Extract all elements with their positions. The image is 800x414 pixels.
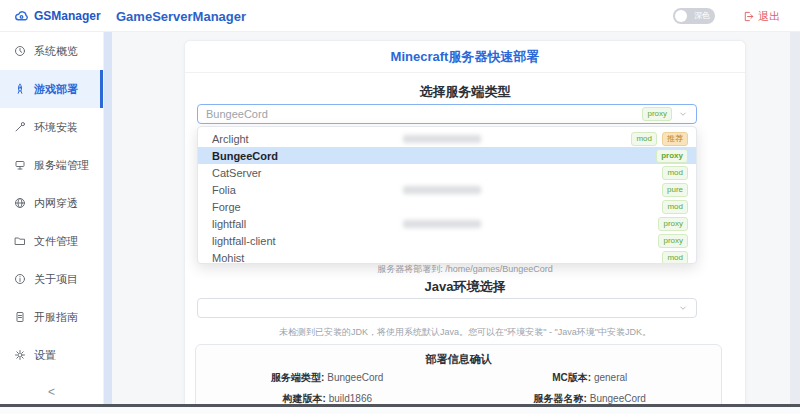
redacted-text [403,186,481,194]
app-title: GameServerManager [116,0,246,32]
option-badge: mod [662,251,688,265]
sidebar-item-env-install[interactable]: 环境安装 [0,108,103,146]
folder-icon [14,235,26,247]
option-folia[interactable]: Folia pure [198,181,696,198]
window-bottom-edge [0,404,800,407]
gear-icon [14,349,26,361]
selected-type-badge: proxy [642,107,672,121]
cloud-logo-icon [14,9,29,24]
brand[interactable]: GSManager [14,0,101,32]
server-type-select-value: BungeeCord [206,108,642,120]
document-icon [14,311,26,323]
sidebar-item-about[interactable]: 关于项目 [0,260,103,298]
sidebar-item-overview[interactable]: 系统概览 [0,32,103,70]
sidebar-collapse-button[interactable]: < [0,385,103,399]
main-scrollbar[interactable] [790,32,800,405]
logo-text: GSManager [34,9,101,23]
dashboard-icon [14,45,26,57]
field-value: build1866 [329,393,372,404]
sidebar-item-label: 文件管理 [34,234,78,249]
option-label: Mohist [212,252,662,264]
java-env-select[interactable] [197,298,697,318]
page-title: Minecraft服务器快速部署 [391,48,540,66]
option-badge: mod [662,166,688,180]
option-label: BungeeCord [212,150,656,162]
logout-label: 退出 [758,9,780,24]
server-type-select[interactable]: BungeeCord proxy [197,104,697,124]
option-catserver[interactable]: CatServer mod [198,164,696,181]
jdk-hint: 未检测到已安装的JDK，将使用系统默认Java。您可以在"环境安装" - "Ja… [185,326,745,339]
field-mc-version: MC版本: general [459,371,722,385]
deploy-info-title: 部署信息确认 [196,352,721,367]
option-badge: mod [662,200,688,214]
logout-button[interactable]: 退出 [743,9,780,24]
sidebar-item-guide[interactable]: 开服指南 [0,298,103,336]
option-arclight[interactable]: Arclight mod 推荐 [198,130,696,147]
option-mohist[interactable]: Mohist mod [198,249,696,264]
sidebar-item-label: 环境安装 [34,120,78,135]
theme-toggle[interactable]: 深色 [673,8,715,24]
globe-icon [14,197,26,209]
below-edge-strip [0,407,800,414]
field-value: BungeeCord [590,393,646,404]
option-forge[interactable]: Forge mod [198,198,696,215]
option-label: CatServer [212,167,662,179]
sidebar: 系统概览 游戏部署 环境安装 服务端管理 内网穿透 文件管理 关于项目 开服指南… [0,32,104,405]
toggle-knob [675,10,687,22]
sidebar-item-server-manage[interactable]: 服务端管理 [0,146,103,184]
option-badge: pure [662,183,688,197]
field-value: BungeeCord [327,372,383,383]
wrench-icon [14,121,26,133]
server-icon [14,159,26,171]
sidebar-item-label: 游戏部署 [34,82,78,97]
sidebar-item-label: 设置 [34,348,56,363]
redacted-text [403,135,481,143]
deploy-card: Minecraft服务器快速部署 选择服务端类型 BungeeCord prox… [184,40,746,414]
option-lightfall-client[interactable]: lightfall-client proxy [198,232,696,249]
field-label: 构建版本: [283,393,326,404]
toggle-label: 深色 [694,10,710,22]
option-badge: proxy [656,149,688,163]
chevron-down-icon [678,109,688,119]
deploy-path-hint: 服务器将部署到: /home/games/BungeeCord [185,263,745,276]
sidebar-scrollbar[interactable] [104,32,112,405]
sidebar-item-label: 开服指南 [34,310,78,325]
server-type-dropdown: Arclight mod 推荐 BungeeCord proxy CatServ… [197,126,697,264]
java-section-title: Java环境选择 [185,278,745,296]
sidebar-item-settings[interactable]: 设置 [0,336,103,374]
option-bungeecord[interactable]: BungeeCord proxy [198,147,696,164]
server-type-section-title: 选择服务端类型 [185,83,745,101]
sidebar-item-files[interactable]: 文件管理 [0,222,103,260]
sidebar-item-label: 内网穿透 [34,196,78,211]
info-icon [14,273,26,285]
sidebar-item-game-deploy[interactable]: 游戏部署 [0,70,103,108]
field-label: 服务器名称: [534,393,587,404]
field-label: MC版本: [552,372,591,383]
field-label: 服务端类型: [271,372,324,383]
option-badge-recommended: 推荐 [662,132,688,146]
sidebar-item-label: 关于项目 [34,272,78,287]
field-value: general [594,372,627,383]
sidebar-item-intranet[interactable]: 内网穿透 [0,184,103,222]
option-badge: mod [631,132,657,146]
option-label: lightfall-client [212,235,658,247]
sidebar-item-label: 系统概览 [34,44,78,59]
redacted-text [403,220,481,228]
logout-icon [743,11,754,22]
rocket-icon [14,83,26,95]
option-badge: proxy [658,217,688,231]
option-label: Forge [212,201,662,213]
option-lightfall[interactable]: lightfall proxy [198,215,696,232]
chevron-down-icon [678,303,688,313]
field-server-type: 服务端类型: BungeeCord [196,371,459,385]
top-header: GSManager GameServerManager 深色 退出 [0,0,800,32]
sidebar-item-label: 服务端管理 [34,158,89,173]
card-header: Minecraft服务器快速部署 [185,41,745,73]
option-badge: proxy [658,234,688,248]
